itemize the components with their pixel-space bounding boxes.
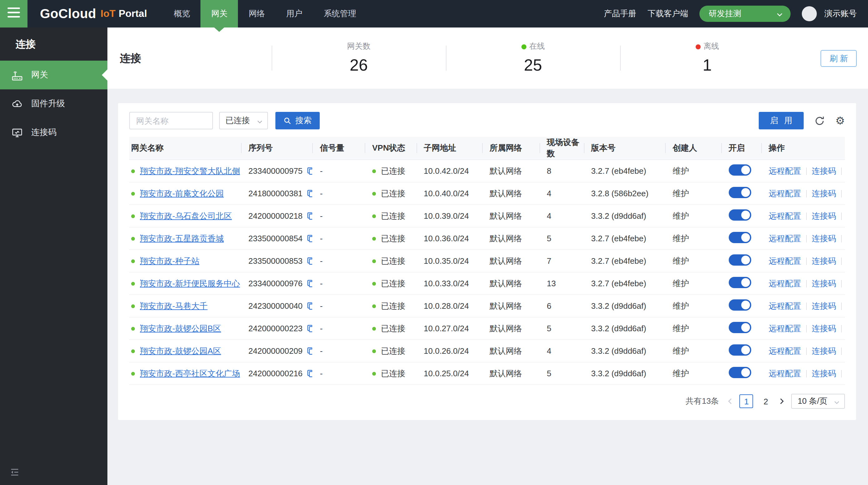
page-size-select[interactable]: 10 条/页 bbox=[792, 394, 845, 409]
enable-toggle[interactable] bbox=[728, 232, 751, 243]
enable-toggle[interactable] bbox=[728, 164, 751, 176]
connection-code-link[interactable]: 连接码 bbox=[812, 166, 836, 175]
connection-code-link[interactable]: 连接码 bbox=[812, 301, 836, 310]
search-button[interactable]: 搜索 bbox=[275, 112, 320, 130]
divider bbox=[841, 190, 842, 197]
next-page-button[interactable] bbox=[778, 398, 786, 405]
device-count: 7 bbox=[539, 250, 584, 272]
serial-number: 242000000209 bbox=[249, 346, 303, 355]
remote-config-link[interactable]: 远程配置 bbox=[769, 323, 801, 333]
gateway-name-link[interactable]: 翔安市政-五星路贡香城 bbox=[140, 233, 224, 243]
environment-selected-label: 研发挂测 bbox=[709, 8, 741, 19]
nav-users[interactable]: 用户 bbox=[276, 0, 313, 28]
copy-icon[interactable] bbox=[306, 234, 313, 242]
device-count: 4 bbox=[539, 205, 584, 227]
copy-icon[interactable] bbox=[306, 279, 313, 287]
gateway-name-link[interactable]: 翔安市政-新圩便民服务中心 bbox=[140, 279, 240, 288]
remote-config-link[interactable]: 远程配置 bbox=[769, 189, 801, 198]
download-client-link[interactable]: 下载客户端 bbox=[648, 8, 688, 19]
gear-icon[interactable]: ⚙ bbox=[836, 115, 845, 126]
gateway-name-link[interactable]: 翔安市政-鼓锣公园B区 bbox=[140, 323, 221, 333]
remote-config-link[interactable]: 远程配置 bbox=[769, 166, 801, 175]
collapse-sidebar-button[interactable] bbox=[9, 467, 20, 478]
refresh-table-icon[interactable] bbox=[814, 115, 825, 126]
enable-button[interactable]: 启 用 bbox=[759, 112, 803, 130]
vpn-status-dot-icon bbox=[372, 192, 376, 195]
connection-code-link[interactable]: 连接码 bbox=[812, 211, 836, 220]
gateway-name-link[interactable]: 翔安市政-乌石盘公司北区 bbox=[140, 211, 232, 220]
subnet-address: 10.0.27.0/24 bbox=[416, 317, 482, 340]
sidebar: 连接 网关 bbox=[0, 28, 107, 485]
copy-icon[interactable] bbox=[306, 369, 313, 377]
copy-icon[interactable] bbox=[306, 324, 313, 333]
enable-toggle[interactable] bbox=[728, 277, 751, 288]
connection-code-link[interactable]: 连接码 bbox=[812, 256, 836, 265]
remote-config-link[interactable]: 远程配置 bbox=[769, 346, 801, 355]
stat-label: 在线 bbox=[529, 41, 545, 52]
enable-toggle[interactable] bbox=[728, 299, 751, 311]
page-number-2[interactable]: 2 bbox=[759, 394, 773, 408]
nav-network[interactable]: 网络 bbox=[238, 0, 276, 28]
enable-toggle[interactable] bbox=[728, 187, 751, 198]
gateway-name-link[interactable]: 翔安市政-前庵文化公园 bbox=[140, 189, 224, 198]
enable-toggle[interactable] bbox=[728, 322, 751, 333]
serial-number: 233400000975 bbox=[249, 166, 303, 176]
version: 3.3.2 (d9dd6af) bbox=[584, 317, 665, 340]
gateway-name-input[interactable] bbox=[129, 112, 213, 130]
divider bbox=[841, 212, 842, 220]
sidebar-item-label: 固件升级 bbox=[31, 98, 65, 109]
copy-icon[interactable] bbox=[306, 257, 313, 265]
connection-code-link[interactable]: 连接码 bbox=[812, 233, 836, 243]
nav-system-admin[interactable]: 系统管理 bbox=[313, 0, 367, 28]
copy-icon[interactable] bbox=[306, 302, 313, 310]
sidebar-section-title: 连接 bbox=[0, 28, 107, 61]
sidebar-item-firmware-upgrade[interactable]: 固件升级 bbox=[0, 89, 107, 118]
avatar[interactable] bbox=[802, 6, 817, 21]
remote-config-link[interactable]: 远程配置 bbox=[769, 368, 801, 378]
copy-icon[interactable] bbox=[306, 212, 313, 220]
enable-toggle[interactable] bbox=[728, 367, 751, 378]
previous-page-button[interactable] bbox=[726, 398, 734, 405]
creator: 维护 bbox=[665, 227, 721, 250]
creator: 维护 bbox=[665, 250, 721, 272]
gateway-name-link[interactable]: 翔安市政-西亭社区文化广场 bbox=[140, 368, 240, 378]
copy-icon[interactable] bbox=[306, 167, 313, 175]
connection-code-link[interactable]: 连接码 bbox=[812, 189, 836, 198]
gateway-name-link[interactable]: 翔安市政-翔安交警大队北侧 bbox=[140, 166, 240, 175]
connection-code-link[interactable]: 连接码 bbox=[812, 368, 836, 378]
refresh-button[interactable]: 刷 新 bbox=[821, 50, 857, 67]
collapse-sidebar-icon bbox=[9, 469, 20, 479]
product-manual-link[interactable]: 产品手册 bbox=[604, 8, 636, 19]
divider bbox=[806, 280, 807, 287]
gateway-name-link[interactable]: 翔安市政-种子站 bbox=[140, 256, 199, 265]
nav-overview[interactable]: 概览 bbox=[163, 0, 201, 28]
copy-icon[interactable] bbox=[306, 347, 313, 355]
gateway-name-link[interactable]: 翔安市政-鼓锣公园A区 bbox=[140, 346, 221, 355]
page-number-1[interactable]: 1 bbox=[740, 394, 753, 408]
device-count: 8 bbox=[539, 160, 584, 182]
remote-config-link[interactable]: 远程配置 bbox=[769, 301, 801, 310]
enable-toggle[interactable] bbox=[728, 344, 751, 355]
sidebar-item-connection-code[interactable]: 连接码 bbox=[0, 118, 107, 147]
connection-code-link[interactable]: 连接码 bbox=[812, 346, 836, 355]
filter-bar: 已连接 搜索 启 用 bbox=[129, 112, 845, 130]
remote-config-link[interactable]: 远程配置 bbox=[769, 211, 801, 220]
enable-toggle[interactable] bbox=[728, 254, 751, 266]
remote-config-link[interactable]: 远程配置 bbox=[769, 233, 801, 243]
vpn-status: 已连接 bbox=[381, 346, 405, 355]
nav-gateway[interactable]: 网关 bbox=[201, 0, 238, 28]
offline-dot-icon bbox=[695, 44, 700, 49]
environment-select[interactable]: 研发挂测 bbox=[700, 6, 790, 22]
hamburger-menu-button[interactable] bbox=[0, 0, 28, 28]
connection-code-link[interactable]: 连接码 bbox=[812, 323, 836, 333]
vpn-status-dot-icon bbox=[372, 372, 376, 375]
enable-toggle[interactable] bbox=[728, 209, 751, 221]
sidebar-item-gateway[interactable]: 网关 bbox=[0, 61, 107, 89]
remote-config-link[interactable]: 远程配置 bbox=[769, 279, 801, 288]
connection-code-link[interactable]: 连接码 bbox=[812, 279, 836, 288]
status-select[interactable]: 已连接 bbox=[219, 112, 268, 130]
copy-icon[interactable] bbox=[306, 189, 313, 198]
gateway-name-link[interactable]: 翔安市政-马巷大千 bbox=[140, 301, 208, 310]
account-label[interactable]: 演示账号 bbox=[824, 8, 857, 19]
remote-config-link[interactable]: 远程配置 bbox=[769, 256, 801, 265]
